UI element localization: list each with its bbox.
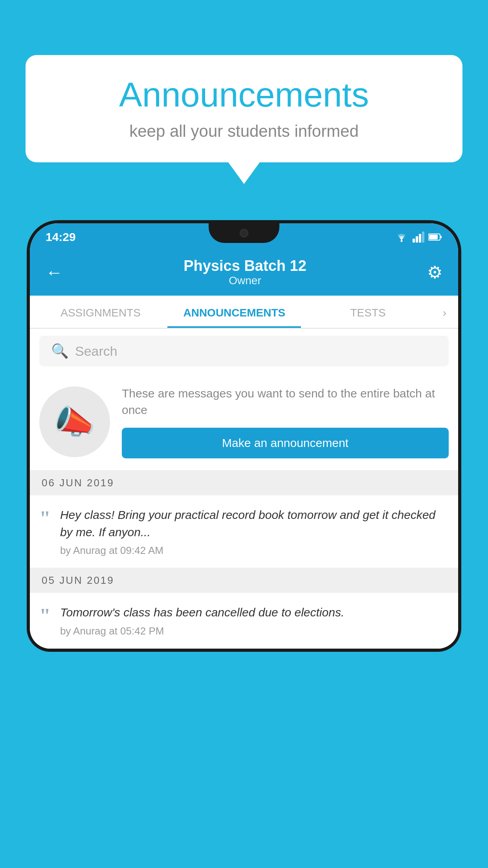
front-camera: [240, 229, 248, 237]
quote-icon-1: ": [39, 508, 51, 529]
notch: [209, 223, 279, 243]
status-time: 14:29: [46, 230, 76, 244]
phone-screen: 14:29: [30, 223, 458, 649]
search-icon: 🔍: [51, 343, 69, 359]
battery-icon: [428, 233, 442, 241]
svg-rect-4: [422, 232, 424, 243]
announcement-meta-1: by Anurag at 09:42 AM: [60, 544, 449, 557]
tab-more[interactable]: ›: [435, 296, 454, 328]
tab-announcements[interactable]: ANNOUNCEMENTS: [167, 296, 301, 328]
announcement-text-1: Hey class! Bring your practical record b…: [60, 506, 449, 541]
search-bar[interactable]: 🔍 Search: [39, 336, 449, 366]
status-icons: [394, 232, 442, 243]
announcement-item-1[interactable]: " Hey class! Bring your practical record…: [30, 495, 458, 568]
announcement-content-2: Tomorrow's class has been cancelled due …: [60, 604, 449, 637]
tab-tests[interactable]: TESTS: [301, 296, 435, 328]
tab-assignments[interactable]: ASSIGNMENTS: [34, 296, 167, 328]
app-header: ← Physics Batch 12 Owner ⚙: [30, 250, 458, 296]
announcement-meta-2: by Anurag at 05:42 PM: [60, 625, 449, 637]
svg-rect-7: [440, 236, 442, 238]
batch-title: Physics Batch 12: [63, 257, 427, 274]
announcement-prompt: 📣 These are messages you want to send to…: [30, 373, 458, 471]
settings-icon[interactable]: ⚙: [427, 262, 442, 282]
announcement-item-2[interactable]: " Tomorrow's class has been cancelled du…: [30, 593, 458, 649]
svg-rect-3: [419, 234, 421, 243]
megaphone-icon: 📣: [54, 402, 95, 441]
wifi-icon: [394, 232, 409, 243]
svg-rect-6: [429, 235, 438, 239]
announcement-text-2: Tomorrow's class has been cancelled due …: [60, 604, 449, 621]
speech-bubble-title: Announcements: [49, 75, 439, 115]
quote-icon-2: ": [39, 606, 51, 626]
phone-frame: 14:29: [27, 220, 461, 652]
announcement-description: These are messages you want to send to t…: [122, 385, 449, 418]
speech-bubble-section: Announcements keep all your students inf…: [26, 55, 462, 184]
date-separator-1: 06 JUN 2019: [30, 471, 458, 495]
speech-bubble: Announcements keep all your students inf…: [26, 55, 462, 162]
user-role: Owner: [63, 274, 427, 287]
search-placeholder: Search: [75, 344, 117, 359]
svg-rect-1: [413, 239, 415, 243]
speech-bubble-arrow: [228, 162, 260, 184]
announcement-prompt-content: These are messages you want to send to t…: [122, 385, 449, 458]
date-separator-2: 05 JUN 2019: [30, 568, 458, 593]
speech-bubble-subtitle: keep all your students informed: [49, 122, 439, 141]
header-title-area: Physics Batch 12 Owner: [63, 257, 427, 287]
phone-mockup: 14:29: [27, 220, 461, 868]
search-container: 🔍 Search: [30, 329, 458, 373]
make-announcement-button[interactable]: Make an announcement: [122, 428, 449, 458]
svg-rect-2: [416, 236, 418, 243]
megaphone-circle: 📣: [39, 386, 110, 457]
signal-icon: [413, 232, 424, 243]
announcement-content-1: Hey class! Bring your practical record b…: [60, 506, 449, 557]
back-button[interactable]: ←: [46, 263, 63, 282]
svg-point-0: [400, 240, 402, 242]
tabs-bar: ASSIGNMENTS ANNOUNCEMENTS TESTS ›: [30, 296, 458, 329]
